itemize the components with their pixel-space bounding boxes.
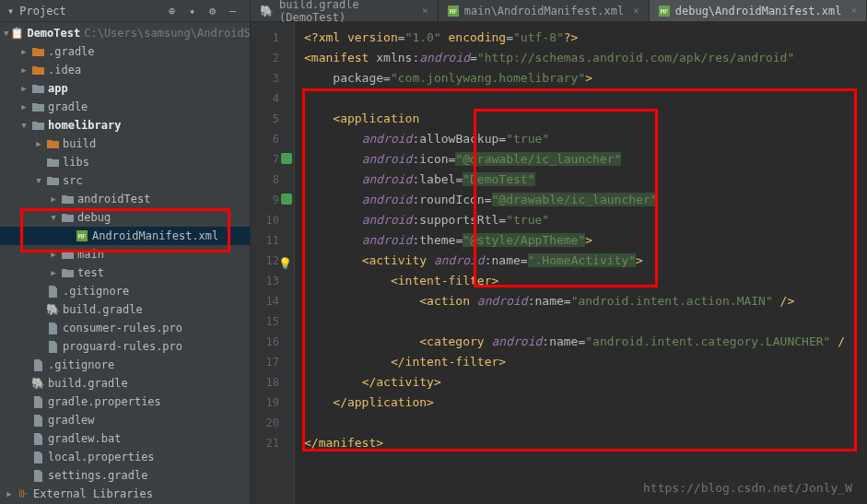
resource-badge-icon[interactable] xyxy=(281,153,292,164)
chevron-down-icon[interactable]: ▼ xyxy=(33,175,44,186)
tree-row[interactable]: 🐘build.gradle xyxy=(0,300,250,319)
tree-spacer xyxy=(33,157,44,168)
tree-row[interactable]: ▶androidTest xyxy=(0,190,250,208)
tree-row[interactable]: ▼debug xyxy=(0,208,250,227)
tree-label: gradlew.bat xyxy=(48,432,121,445)
close-icon[interactable]: × xyxy=(633,5,639,17)
tree-label: consumer-rules.pro xyxy=(63,322,182,334)
editor-tab[interactable]: MFdebug\AndroidManifest.xml× xyxy=(650,0,867,21)
collapse-icon[interactable]: ▾ xyxy=(7,5,14,18)
resource-badge-icon[interactable] xyxy=(281,193,292,205)
folder-icon xyxy=(31,119,44,132)
project-root[interactable]: ▼ 📋 DemoTest C:\Users\samsung\AndroidStu xyxy=(0,24,250,42)
line-number: 9 xyxy=(251,190,294,210)
tree-row[interactable]: gradlew.bat xyxy=(0,429,250,448)
chevron-right-icon[interactable]: ▶ xyxy=(18,64,29,76)
tab-label: build.gradle (DemoTest) xyxy=(279,0,413,24)
file-icon xyxy=(31,358,44,371)
project-name: DemoTest xyxy=(27,27,80,40)
tree-row[interactable]: gradlew xyxy=(0,411,250,429)
tab-label: debug\AndroidManifest.xml xyxy=(675,5,842,18)
tree-spacer xyxy=(33,322,44,334)
chevron-right-icon[interactable]: ▶ xyxy=(18,101,29,112)
tree-label: build xyxy=(63,137,96,150)
folder-icon xyxy=(46,156,59,169)
chevron-down-icon[interactable]: ▼ xyxy=(18,120,29,131)
folder-icon xyxy=(31,45,44,58)
line-number: 7 xyxy=(251,149,294,170)
tree-label: gradle.properties xyxy=(48,395,161,408)
gradle-icon: 🐘 xyxy=(260,5,274,18)
line-number: 4 xyxy=(251,88,294,109)
external-libraries[interactable]: ▶ ⊪ External Libraries xyxy=(0,485,250,503)
hide-icon[interactable]: — xyxy=(229,5,242,18)
tree-row[interactable]: 🐘build.gradle xyxy=(0,374,250,393)
tree-row[interactable]: ▶.gradle xyxy=(0,42,250,61)
folder-icon xyxy=(31,100,44,113)
tree-row[interactable]: local.properties xyxy=(0,448,250,466)
line-number: 5 xyxy=(251,109,294,129)
editor-tab[interactable]: MFmain\AndroidManifest.xml× xyxy=(439,0,650,21)
tree-label: test xyxy=(77,266,104,279)
line-number: 13 xyxy=(251,271,294,291)
tree-row[interactable]: libs xyxy=(0,153,250,171)
tree-row[interactable]: gradle.properties xyxy=(0,393,250,411)
file-icon xyxy=(31,469,44,482)
expand-icon[interactable]: ✦ xyxy=(189,5,202,18)
chevron-right-icon[interactable]: ▶ xyxy=(48,267,59,278)
tree-row[interactable]: proguard-rules.pro xyxy=(0,337,250,356)
tree-row[interactable]: ▶main xyxy=(0,245,250,264)
line-number: 1 xyxy=(251,28,294,48)
tree-row[interactable]: ▶gradle xyxy=(0,98,250,116)
manifest-icon: MF xyxy=(659,6,670,17)
tree-label: app xyxy=(48,82,68,95)
tree-label: libs xyxy=(63,156,89,169)
folder-icon xyxy=(46,137,59,150)
tree-row[interactable]: ▼homelibrary xyxy=(0,116,250,135)
tree-row[interactable]: consumer-rules.pro xyxy=(0,319,250,337)
folder-icon xyxy=(31,64,44,76)
chevron-right-icon[interactable]: ▶ xyxy=(4,488,15,499)
tree-row[interactable]: ▶test xyxy=(0,264,250,282)
tree-row[interactable]: ▶.idea xyxy=(0,61,250,79)
manifest-icon: MF xyxy=(448,6,459,17)
svg-text:MF: MF xyxy=(78,233,86,240)
tree-label: build.gradle xyxy=(48,377,128,390)
tree-row[interactable]: MFAndroidManifest.xml xyxy=(0,227,250,245)
project-path: C:\Users\samsung\AndroidStu xyxy=(84,27,250,40)
target-icon[interactable]: ⊕ xyxy=(169,5,182,18)
folder-icon xyxy=(61,248,74,261)
line-number: 6 xyxy=(251,129,294,149)
tree-row[interactable]: .gitignore xyxy=(0,356,250,374)
chevron-right-icon[interactable]: ▶ xyxy=(48,193,59,205)
chevron-down-icon[interactable]: ▼ xyxy=(48,212,59,223)
project-sidebar: ▾ Project ⊕ ✦ ⚙ — ▼ 📋 DemoTest C:\Users\… xyxy=(0,0,251,504)
tree-label: .gitignore xyxy=(63,285,129,298)
line-number: 18 xyxy=(251,372,294,393)
file-icon xyxy=(46,322,59,334)
chevron-right-icon[interactable]: ▶ xyxy=(48,249,59,260)
tree-row[interactable]: settings.gradle xyxy=(0,466,250,485)
editor-tabs: 🐘build.gradle (DemoTest)×MFmain\AndroidM… xyxy=(251,0,867,22)
tree-label: AndroidManifest.xml xyxy=(92,229,218,242)
tree-label: src xyxy=(63,174,83,187)
chevron-right-icon[interactable]: ▶ xyxy=(18,83,29,94)
chevron-down-icon[interactable]: ▼ xyxy=(4,28,8,39)
tree-row[interactable]: .gitignore xyxy=(0,282,250,300)
tree-label: homelibrary xyxy=(48,119,121,132)
chevron-right-icon[interactable]: ▶ xyxy=(18,46,29,57)
close-icon[interactable]: × xyxy=(850,5,857,17)
tree-spacer xyxy=(18,378,29,389)
editor-tab[interactable]: 🐘build.gradle (DemoTest)× xyxy=(251,0,439,21)
close-icon[interactable]: × xyxy=(422,5,428,17)
folder-icon xyxy=(61,193,74,205)
gear-icon[interactable]: ⚙ xyxy=(209,5,222,18)
tree-row[interactable]: ▼src xyxy=(0,171,250,190)
tree-label: proguard-rules.pro xyxy=(63,340,182,353)
tree-row[interactable]: ▶build xyxy=(0,135,250,153)
tree-label: settings.gradle xyxy=(48,469,147,482)
chevron-right-icon[interactable]: ▶ xyxy=(33,138,44,149)
code-content[interactable]: <?xml version="1.0" encoding="utf-8"?> <… xyxy=(295,22,867,504)
file-icon xyxy=(31,414,44,427)
tree-row[interactable]: ▶app xyxy=(0,79,250,98)
